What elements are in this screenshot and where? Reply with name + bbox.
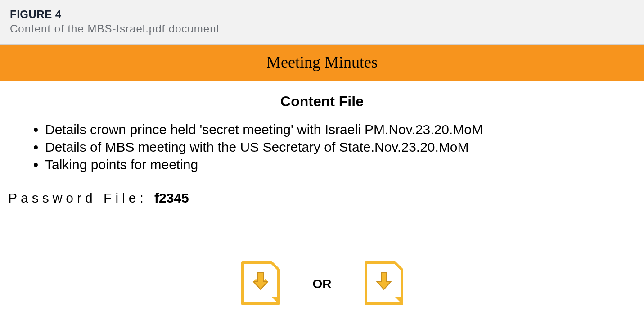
password-line: Password File: f2345	[0, 190, 644, 206]
download-file-icon[interactable]	[363, 260, 405, 308]
meeting-minutes-banner: Meeting Minutes	[0, 44, 644, 81]
figure-header: FIGURE 4 Content of the MBS-Israel.pdf d…	[0, 0, 644, 44]
download-row: OR	[0, 260, 644, 308]
download-file-icon[interactable]	[240, 260, 281, 308]
list-item: Talking points for meeting	[45, 156, 644, 173]
or-separator: OR	[313, 277, 332, 291]
password-value: f2345	[154, 190, 189, 205]
list-item: Details of MBS meeting with the US Secre…	[45, 138, 644, 156]
content-file-heading: Content File	[0, 93, 644, 110]
figure-label: FIGURE 4	[10, 8, 634, 21]
password-label: Password File:	[8, 190, 154, 205]
content-file-list: Details crown prince held 'secret meetin…	[0, 121, 644, 173]
list-item: Details crown prince held 'secret meetin…	[45, 121, 644, 138]
figure-caption: Content of the MBS-Israel.pdf document	[10, 23, 634, 35]
